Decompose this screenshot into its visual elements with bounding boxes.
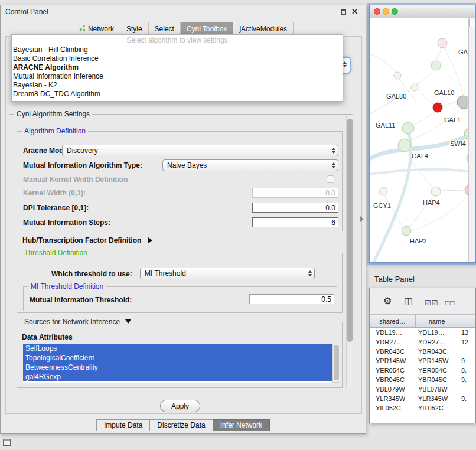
- network-node[interactable]: [433, 103, 442, 112]
- network-node-label: GCY1: [373, 202, 391, 209]
- network-node[interactable]: [457, 96, 470, 109]
- algorithm-option[interactable]: ARACNE Algorithm: [12, 63, 343, 72]
- settings-scrollbar[interactable]: [346, 116, 353, 388]
- network-node[interactable]: [402, 122, 414, 134]
- algorithm-definition-title: Algorithm Definition: [22, 127, 88, 135]
- table-cell: YDL19…: [416, 328, 458, 337]
- combo-arrows-icon: [332, 148, 335, 154]
- table-panel-window: ⚙ ◫ ☑☑ □□ shared… name YDL19…YDL19…13YDR…: [369, 288, 476, 423]
- select-all-checkboxes-icon[interactable]: ☑☑: [425, 297, 439, 309]
- algorithm-popup-prompt: Select algorithm to view settings: [12, 36, 343, 45]
- mi-steps-field[interactable]: 6: [252, 217, 338, 227]
- tab-network[interactable]: Network: [73, 22, 120, 35]
- mi-threshold-group: MI Threshold Definition Mutual Informati…: [23, 286, 337, 311]
- scrollbar-box[interactable]: [469, 19, 475, 27]
- hub-transcription-factor-toggle[interactable]: Hub/Transcription Factor Definition: [22, 236, 152, 244]
- tab-cyni-toolbox[interactable]: Cyni Toolbox: [180, 22, 233, 35]
- table-row[interactable]: YLR345WYLR345W9.: [370, 394, 475, 403]
- attribute-list-item[interactable]: SelfLoops: [23, 344, 332, 353]
- tab-label: Style: [126, 25, 142, 33]
- table-cell: YLR345W: [416, 394, 458, 403]
- network-canvas-area[interactable]: GALGAL80GAL10GAL11GAL1SWI4GAL4GCY1HAP4HA…: [370, 18, 475, 262]
- algorithm-option[interactable]: Bayesian - K2: [12, 81, 343, 90]
- close-window-button[interactable]: [374, 8, 380, 15]
- table-cell: YPR145W: [416, 356, 458, 366]
- algorithm-option[interactable]: Basic Correlation Inference: [12, 54, 343, 63]
- aracne-mode-select[interactable]: Discovery: [62, 145, 338, 156]
- network-edge: [411, 194, 469, 230]
- close-panel-icon[interactable]: ✕: [351, 7, 358, 16]
- restore-panel-icon[interactable]: [3, 439, 11, 446]
- network-node[interactable]: [402, 226, 411, 236]
- manual-kernel-checkbox[interactable]: [327, 175, 334, 183]
- minimize-window-button[interactable]: [383, 8, 389, 15]
- float-panel-icon[interactable]: [341, 9, 346, 15]
- table-cell: YDR27…: [416, 337, 458, 347]
- apply-button[interactable]: Apply: [160, 400, 200, 412]
- table-toolbar: ⚙ ◫ ☑☑ □□: [370, 288, 475, 315]
- control-panel-title: Control Panel: [5, 8, 48, 16]
- table-row[interactable]: YBR045CYBR045C9.: [370, 375, 475, 384]
- algorithm-option[interactable]: Bayesian - Hill Climbing: [12, 45, 343, 54]
- network-node-label: HAP4: [423, 199, 440, 206]
- tab-jactivemodules[interactable]: jActiveModules: [233, 22, 294, 35]
- table-cell: [458, 347, 475, 356]
- panel-splitter-arrow[interactable]: [360, 216, 364, 222]
- network-node[interactable]: [438, 38, 447, 48]
- tab-select[interactable]: Select: [148, 22, 180, 35]
- mi-threshold-field[interactable]: 0.5: [249, 294, 334, 304]
- attributes-scrollbar[interactable]: [332, 344, 340, 383]
- data-attributes-list: SelfLoopsTopologicalCoefficientBetweenne…: [23, 344, 332, 383]
- column-header-clipped[interactable]: [458, 315, 475, 327]
- network-node-label: GAL80: [386, 93, 406, 100]
- tab-style[interactable]: Style: [120, 22, 148, 35]
- mi-type-label: Mutual Information Algorithm Type:: [23, 161, 142, 169]
- scrollbar-thumb[interactable]: [334, 345, 339, 380]
- network-scrollbar[interactable]: [468, 18, 475, 262]
- which-threshold-select[interactable]: MI Threshold: [140, 268, 315, 279]
- scrollbar-thumb[interactable]: [347, 119, 353, 342]
- table-row[interactable]: YDR27…YDR27…12: [370, 337, 475, 347]
- sources-group-title[interactable]: Sources for Network Inference: [22, 318, 133, 326]
- network-node[interactable]: [394, 72, 401, 79]
- dpi-tolerance-field[interactable]: 0.0: [252, 203, 338, 213]
- network-node[interactable]: [411, 84, 418, 91]
- table-row[interactable]: YDL19…YDL19…13: [370, 328, 475, 337]
- tab-label: Cyni Toolbox: [187, 25, 227, 33]
- network-node[interactable]: [431, 187, 441, 196]
- table-row[interactable]: YPR145WYPR145W9.: [370, 356, 475, 366]
- attribute-list-item[interactable]: gal4RGexp: [23, 372, 332, 381]
- mi-type-value: Naive Bayes: [167, 161, 207, 169]
- gear-icon[interactable]: ⚙: [383, 295, 392, 307]
- tab-impute-data[interactable]: Impute Data: [96, 419, 150, 431]
- attribute-list-item[interactable]: TopologicalCoefficient: [23, 353, 332, 363]
- attribute-list-item[interactable]: BetweennessCentrality: [23, 363, 332, 372]
- network-node-label: HAP2: [410, 237, 427, 244]
- table-row[interactable]: YBR043CYBR043C: [370, 347, 475, 356]
- zoom-window-button[interactable]: [392, 8, 398, 15]
- network-node[interactable]: [431, 61, 441, 70]
- cyni-algorithm-settings-group: Cyni Algorithm Settings Algorithm Defini…: [9, 114, 353, 390]
- threshold-definition-group: Threshold Definition Which threshold to …: [17, 253, 343, 313]
- network-node[interactable]: [379, 187, 387, 195]
- algorithm-dropdown-popup: Select algorithm to view settings Bayesi…: [11, 34, 343, 102]
- table-row[interactable]: YER054CYER054C8.: [370, 366, 475, 375]
- network-node[interactable]: [398, 139, 411, 152]
- algorithm-option[interactable]: Dream8 DC_TDC Algorithm: [12, 90, 343, 99]
- clear-all-checkboxes-icon[interactable]: □□: [445, 297, 455, 309]
- network-canvas[interactable]: GALGAL80GAL10GAL11GAL1SWI4GAL4GCY1HAP4HA…: [370, 18, 470, 262]
- algorithm-option[interactable]: Mutual Information Inference: [12, 72, 343, 81]
- tab-discretize-data[interactable]: Discretize Data: [150, 419, 213, 431]
- control-panel-titlebar: Control Panel ✕: [1, 5, 366, 18]
- columns-icon[interactable]: ◫: [404, 295, 413, 307]
- table-row[interactable]: YBL079WYBL079W: [370, 384, 475, 394]
- tab-infer-network[interactable]: Infer Network: [213, 419, 270, 431]
- table-cell: YPR145W: [370, 356, 416, 366]
- column-header-name[interactable]: name: [416, 315, 458, 327]
- table-cell: YBR043C: [416, 347, 458, 356]
- column-header-shared-name[interactable]: shared…: [370, 315, 416, 327]
- mi-type-select[interactable]: Naive Bayes: [162, 159, 338, 171]
- data-attributes-label: Data Attributes: [22, 333, 73, 341]
- table-row[interactable]: YIL052CYIL052C: [370, 403, 475, 413]
- network-window-titlebar[interactable]: [370, 5, 475, 18]
